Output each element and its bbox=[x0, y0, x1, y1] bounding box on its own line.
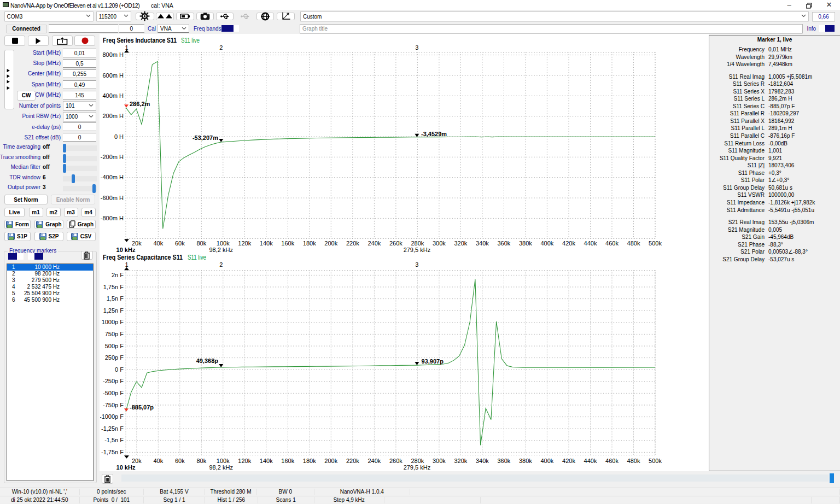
svg-text:286,2m: 286,2m bbox=[130, 101, 150, 107]
svg-text:-800m H: -800m H bbox=[101, 215, 124, 221]
svg-text:-1,25n F: -1,25n F bbox=[101, 425, 124, 432]
svg-text:500k: 500k bbox=[649, 458, 662, 464]
svg-text:10 kHz: 10 kHz bbox=[116, 464, 136, 471]
svg-text:340k: 340k bbox=[476, 458, 489, 464]
svg-text:500k: 500k bbox=[649, 240, 662, 247]
svg-text:320k: 320k bbox=[454, 458, 467, 464]
svg-text:120k: 120k bbox=[238, 240, 251, 247]
svg-text:160k: 160k bbox=[281, 458, 294, 464]
svg-text:1,75n F: 1,75n F bbox=[103, 284, 124, 290]
svg-text:93,907p: 93,907p bbox=[422, 358, 444, 365]
svg-text:140k: 140k bbox=[260, 458, 273, 464]
svg-text:279,5 kHz: 279,5 kHz bbox=[404, 247, 431, 253]
svg-text:98,2 kHz: 98,2 kHz bbox=[209, 464, 232, 471]
svg-text:98,2 kHz: 98,2 kHz bbox=[209, 247, 232, 253]
svg-text:220k: 220k bbox=[346, 240, 359, 247]
svg-text:-200m H: -200m H bbox=[101, 154, 124, 160]
svg-text:-885,07p: -885,07p bbox=[130, 404, 154, 411]
svg-text:-1,75n F: -1,75n F bbox=[101, 449, 124, 455]
svg-text:80k: 80k bbox=[196, 458, 206, 464]
svg-text:360k: 360k bbox=[497, 458, 510, 464]
svg-text:2: 2 bbox=[219, 261, 223, 268]
svg-text:0 H: 0 H bbox=[114, 133, 124, 140]
svg-text:300k: 300k bbox=[433, 240, 446, 247]
svg-text:380k: 380k bbox=[519, 458, 532, 464]
svg-text:280k: 280k bbox=[411, 240, 424, 247]
svg-text:-3,4529m: -3,4529m bbox=[421, 131, 447, 137]
svg-text:460k: 460k bbox=[605, 458, 619, 464]
svg-text:380k: 380k bbox=[519, 240, 532, 247]
svg-text:-1,5n F: -1,5n F bbox=[104, 437, 124, 443]
svg-text:160k: 160k bbox=[281, 240, 294, 247]
svg-text:-600m H: -600m H bbox=[101, 195, 124, 201]
svg-text:40k: 40k bbox=[153, 458, 163, 464]
svg-text:220k: 220k bbox=[346, 458, 359, 464]
svg-text:180k: 180k bbox=[303, 458, 316, 464]
svg-text:1000p F: 1000p F bbox=[102, 319, 124, 325]
svg-text:40k: 40k bbox=[153, 240, 163, 247]
svg-text:Freq Series Inductance S11: Freq Series Inductance S11 bbox=[103, 37, 177, 44]
svg-text:0 F: 0 F bbox=[115, 366, 124, 373]
svg-text:100k: 100k bbox=[217, 458, 230, 464]
svg-text:480k: 480k bbox=[627, 458, 640, 464]
svg-text:400k: 400k bbox=[540, 240, 553, 247]
svg-text:20k: 20k bbox=[132, 240, 142, 247]
svg-text:260k: 260k bbox=[389, 458, 402, 464]
svg-text:180k: 180k bbox=[303, 240, 316, 247]
svg-text:800m H: 800m H bbox=[102, 51, 124, 58]
svg-text:-400m H: -400m H bbox=[101, 174, 124, 180]
svg-text:120k: 120k bbox=[238, 458, 251, 464]
svg-text:750p F: 750p F bbox=[105, 331, 124, 337]
svg-text:1: 1 bbox=[125, 261, 128, 268]
svg-text:80k: 80k bbox=[196, 240, 206, 247]
svg-text:279,5 kHz: 279,5 kHz bbox=[404, 464, 431, 471]
svg-text:60k: 60k bbox=[175, 458, 185, 464]
svg-text:600m H: 600m H bbox=[102, 72, 124, 79]
svg-text:-53,207m: -53,207m bbox=[192, 134, 218, 141]
svg-text:3: 3 bbox=[415, 44, 418, 51]
svg-text:240k: 240k bbox=[368, 458, 381, 464]
svg-text:320k: 320k bbox=[454, 240, 467, 247]
svg-text:100k: 100k bbox=[217, 240, 230, 247]
svg-text:60k: 60k bbox=[175, 240, 185, 247]
svg-text:200k: 200k bbox=[324, 458, 337, 464]
svg-text:420k: 420k bbox=[562, 458, 575, 464]
svg-text:360k: 360k bbox=[497, 240, 510, 247]
svg-text:49,368p: 49,368p bbox=[196, 358, 219, 364]
svg-text:S11 live: S11 live bbox=[181, 37, 200, 44]
svg-text:140k: 140k bbox=[260, 240, 273, 247]
svg-text:440k: 440k bbox=[584, 458, 597, 464]
svg-text:20k: 20k bbox=[132, 458, 142, 464]
svg-text:S11 live: S11 live bbox=[188, 254, 206, 261]
svg-text:10 kHz: 10 kHz bbox=[116, 247, 136, 253]
svg-text:1,5n F: 1,5n F bbox=[107, 295, 124, 302]
svg-text:-250p F: -250p F bbox=[103, 378, 124, 384]
svg-text:500p F: 500p F bbox=[105, 343, 124, 349]
svg-text:460k: 460k bbox=[605, 240, 619, 247]
svg-text:340k: 340k bbox=[476, 240, 489, 247]
svg-text:240k: 240k bbox=[368, 240, 381, 247]
svg-text:200m H: 200m H bbox=[102, 113, 124, 119]
svg-text:300k: 300k bbox=[433, 458, 446, 464]
svg-text:2: 2 bbox=[219, 44, 223, 51]
svg-text:260k: 260k bbox=[389, 240, 402, 247]
svg-text:440k: 440k bbox=[584, 240, 597, 247]
svg-text:480k: 480k bbox=[627, 240, 640, 247]
svg-text:1: 1 bbox=[125, 44, 128, 51]
svg-text:3: 3 bbox=[415, 261, 418, 268]
svg-text:-1000p F: -1000p F bbox=[100, 413, 124, 420]
svg-text:Freq Series Capacitance S11: Freq Series Capacitance S11 bbox=[103, 254, 183, 261]
svg-text:1,25n F: 1,25n F bbox=[103, 307, 124, 314]
svg-text:250p F: 250p F bbox=[105, 354, 124, 361]
svg-text:400m H: 400m H bbox=[102, 92, 124, 99]
svg-text:200k: 200k bbox=[324, 240, 337, 247]
svg-text:280k: 280k bbox=[411, 458, 424, 464]
svg-text:400k: 400k bbox=[540, 458, 553, 464]
svg-text:2n F: 2n F bbox=[112, 272, 124, 278]
svg-text:-500p F: -500p F bbox=[103, 390, 124, 396]
svg-text:-750p F: -750p F bbox=[103, 402, 124, 408]
svg-text:420k: 420k bbox=[562, 240, 575, 247]
